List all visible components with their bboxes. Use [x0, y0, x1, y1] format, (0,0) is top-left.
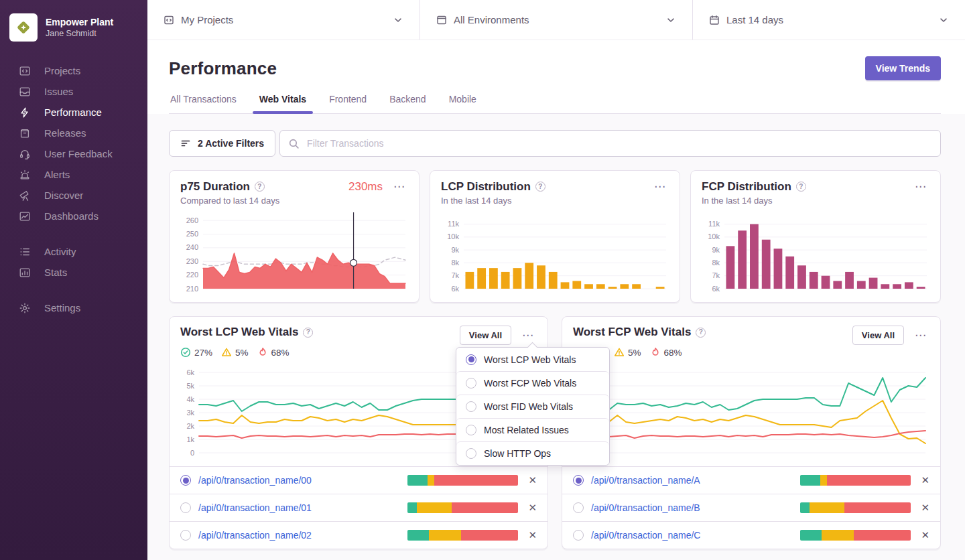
sidebar-item-label: Alerts: [44, 169, 70, 180]
sidebar-item-activity[interactable]: Activity: [0, 241, 147, 262]
radio-icon: [466, 448, 476, 459]
row-radio[interactable]: [180, 502, 191, 513]
close-icon[interactable]: ✕: [525, 502, 537, 514]
menu-item-worst-fcp[interactable]: Worst FCP Web Vitals: [456, 371, 609, 395]
project-filter-dropdown[interactable]: My Projects: [147, 0, 420, 40]
row-radio[interactable]: [180, 530, 191, 541]
sidebar-item-user-feedback[interactable]: User Feedback: [0, 143, 147, 164]
search-input[interactable]: [306, 137, 932, 149]
page-title: Performance: [169, 58, 277, 79]
svg-text:240: 240: [186, 243, 198, 251]
sidebar-item-issues[interactable]: Issues: [0, 81, 147, 102]
transaction-link[interactable]: /api/0/transaction_name/B: [591, 502, 793, 513]
tab-all-transactions[interactable]: All Transactions: [169, 94, 238, 113]
sidebar-item-performance[interactable]: Performance: [0, 102, 147, 123]
view-all-button[interactable]: View All: [852, 326, 904, 345]
menu-item-label: Worst LCP Web Vitals: [484, 354, 576, 365]
card-subtitle: In the last 14 days: [702, 196, 929, 206]
more-options-icon[interactable]: ⋯: [651, 180, 669, 194]
close-icon[interactable]: ✕: [918, 502, 929, 514]
fcp-distribution-chart: 6k7k8k9k10k11k: [702, 211, 929, 297]
date-range-dropdown[interactable]: Last 14 days: [693, 0, 965, 40]
tab-frontend[interactable]: Frontend: [328, 94, 368, 113]
transaction-link[interactable]: /api/0/transaction_name/02: [198, 530, 400, 541]
view-trends-button[interactable]: View Trends: [865, 56, 941, 80]
org-logo: [9, 13, 38, 42]
card-subtitle: Compared to last 14 days: [180, 196, 408, 206]
close-icon[interactable]: ✕: [525, 474, 537, 486]
transaction-link[interactable]: /api/0/transaction_name/A: [591, 475, 793, 486]
sidebar-item-discover[interactable]: Discover: [0, 185, 147, 206]
table-row: /api/0/transaction_name/00 ✕: [170, 466, 548, 494]
warning-triangle-icon: [221, 347, 232, 358]
sidebar-item-projects[interactable]: Projects: [0, 60, 147, 81]
sidebar-nav-primary: Projects Issues Performance Releases Use…: [0, 60, 147, 226]
transaction-link[interactable]: /api/0/transaction_name/00: [198, 475, 400, 486]
view-all-button[interactable]: View All: [460, 326, 511, 345]
help-icon[interactable]: ?: [796, 182, 806, 192]
tab-mobile[interactable]: Mobile: [448, 94, 478, 113]
p75-value: 230ms: [348, 180, 383, 194]
close-icon[interactable]: ✕: [918, 474, 929, 486]
close-icon[interactable]: ✕: [918, 529, 929, 541]
sidebar-item-label: Dashboards: [44, 210, 99, 222]
row-radio[interactable]: [180, 475, 191, 486]
help-icon[interactable]: ?: [696, 328, 706, 338]
transaction-link[interactable]: /api/0/transaction_name/C: [591, 530, 793, 541]
sidebar-item-label: Performance: [44, 107, 102, 118]
more-options-icon[interactable]: ⋯: [912, 180, 929, 194]
date-range-label: Last 14 days: [726, 14, 931, 25]
sidebar-item-alerts[interactable]: Alerts: [0, 164, 147, 185]
releases-icon: [19, 127, 31, 139]
menu-item-slow-http-ops[interactable]: Slow HTTP Ops: [456, 441, 609, 465]
help-icon[interactable]: ?: [255, 182, 265, 192]
global-filter-bar: My Projects All Environments Last 14 day…: [147, 0, 965, 40]
help-icon[interactable]: ?: [303, 328, 313, 338]
tab-web-vitals[interactable]: Web Vitals: [258, 94, 308, 113]
menu-item-worst-fid[interactable]: Worst FID Web Vitals: [456, 395, 609, 418]
help-icon[interactable]: ?: [535, 182, 545, 192]
environment-filter-dropdown[interactable]: All Environments: [420, 0, 693, 40]
row-radio[interactable]: [573, 502, 584, 513]
chevron-down-icon: [393, 15, 403, 25]
card-title: FCP Distribution: [702, 180, 791, 194]
chevron-down-icon: [938, 15, 949, 25]
card-title: Worst FCP Web Vitals: [573, 326, 691, 339]
card-subtitle: In the last 14 days: [441, 196, 669, 206]
check-circle-icon: [180, 347, 191, 358]
tab-backend[interactable]: Backend: [388, 94, 427, 113]
sidebar-nav-tertiary: Settings: [0, 297, 147, 318]
menu-item-most-related-issues[interactable]: Most Related Issues: [456, 418, 609, 441]
good-percent: 27%: [194, 348, 212, 358]
activity-icon: [19, 246, 31, 258]
row-radio[interactable]: [573, 530, 584, 541]
more-options-icon[interactable]: ⋯: [391, 180, 408, 194]
sidebar-item-dashboards[interactable]: Dashboards: [0, 206, 147, 226]
sidebar-item-label: Issues: [44, 86, 73, 97]
sidebar-item-stats[interactable]: Stats: [0, 262, 147, 283]
org-text: Empower Plant Jane Schmidt: [46, 17, 113, 39]
org-switcher[interactable]: Empower Plant Jane Schmidt: [0, 8, 147, 51]
lcp-distribution-chart: 6k7k8k9k10k11k: [441, 211, 669, 297]
sidebar-item-releases[interactable]: Releases: [0, 123, 147, 143]
gear-icon: [19, 302, 31, 314]
close-icon[interactable]: ✕: [525, 529, 537, 541]
vitals-distribution-bar: [407, 475, 518, 486]
row-radio[interactable]: [573, 475, 584, 486]
svg-text:230: 230: [186, 257, 198, 265]
app-root: Empower Plant Jane Schmidt Projects Issu…: [0, 0, 965, 560]
svg-text:9k: 9k: [451, 246, 459, 254]
sidebar-item-label: Settings: [44, 302, 80, 313]
more-options-icon[interactable]: ⋯: [912, 328, 929, 342]
sidebar-item-settings[interactable]: Settings: [0, 297, 147, 318]
environment-filter-label: All Environments: [454, 14, 659, 25]
table-row: /api/0/transaction_name/B ✕: [562, 494, 940, 521]
more-options-icon[interactable]: ⋯: [519, 328, 537, 342]
active-filters-button[interactable]: 2 Active Filters: [169, 130, 275, 157]
svg-text:210: 210: [186, 285, 198, 293]
svg-text:7k: 7k: [712, 271, 720, 279]
poor-percent: 68%: [271, 348, 290, 358]
transaction-link[interactable]: /api/0/transaction_name/01: [198, 502, 400, 513]
menu-item-worst-lcp[interactable]: Worst LCP Web Vitals: [456, 348, 609, 371]
main-area: My Projects All Environments Last 14 day…: [147, 0, 965, 560]
